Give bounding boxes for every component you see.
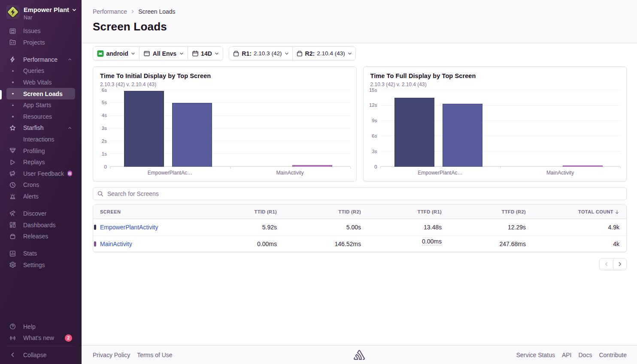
stats-icon bbox=[9, 250, 23, 257]
sidebar-item-resources[interactable]: Resources bbox=[6, 111, 75, 123]
cell-total-count: 4k bbox=[533, 241, 626, 247]
api-link[interactable]: API bbox=[562, 352, 572, 358]
chart-bar[interactable] bbox=[292, 165, 332, 167]
privacy-policy-link[interactable]: Privacy Policy bbox=[93, 352, 130, 358]
chevron-down-icon bbox=[72, 7, 77, 12]
breadcrumb-performance[interactable]: Performance bbox=[93, 8, 127, 15]
projects-icon bbox=[9, 39, 23, 45]
project-filter[interactable]: android bbox=[93, 47, 139, 60]
column-header-ttfd-r1[interactable]: TTFD (R1) bbox=[368, 209, 449, 214]
sidebar-item-screen-loads[interactable]: Screen Loads bbox=[6, 88, 75, 99]
release-filter-group: R1: 2.10.3 (42) R2: 2.10.4 (43) bbox=[229, 46, 356, 60]
sidebar-item-issues[interactable]: Issues bbox=[6, 25, 75, 37]
sidebar-nav: Issues Projects Performance Queries Web … bbox=[0, 25, 82, 271]
sidebar-item-settings[interactable]: Settings bbox=[6, 259, 75, 271]
ttfd-chart-plot[interactable]: 03s6s9s12s15sEmpowerPlantAc…MainActivity bbox=[380, 90, 621, 167]
bullet-dot bbox=[12, 93, 14, 95]
sidebar-collapse-button[interactable]: Collapse bbox=[6, 349, 75, 361]
sidebar-item-user-feedback[interactable]: User Feedback B bbox=[6, 168, 75, 180]
play-icon bbox=[9, 159, 23, 165]
sidebar-item-queries[interactable]: Queries bbox=[6, 65, 75, 77]
terms-of-use-link[interactable]: Terms of Use bbox=[137, 352, 172, 358]
contribute-link[interactable]: Contribute bbox=[599, 352, 627, 358]
sidebar-item-discover[interactable]: Discover bbox=[6, 208, 75, 220]
axis-tick bbox=[110, 167, 110, 168]
megaphone-icon bbox=[9, 170, 23, 177]
y-axis-label: 15s bbox=[369, 87, 377, 93]
sort-descending-icon bbox=[615, 210, 619, 214]
dashboards-icon bbox=[9, 222, 23, 228]
chart-bar[interactable] bbox=[172, 103, 212, 167]
release2-value: 2.10.4 (43) bbox=[317, 50, 345, 57]
column-header-ttid-r2[interactable]: TTID (R2) bbox=[284, 209, 368, 214]
column-header-total-count[interactable]: Total Count bbox=[533, 209, 626, 214]
screen-link[interactable]: EmpowerPlantActivity bbox=[100, 224, 158, 231]
org-switcher[interactable]: Empower Plant Nar bbox=[0, 0, 82, 21]
bullet-dot bbox=[12, 105, 14, 106]
column-header-screen[interactable]: Screen bbox=[93, 209, 200, 214]
chevron-down-icon bbox=[348, 51, 352, 56]
sidebar: Empower Plant Nar Issues Projects Perf bbox=[0, 0, 82, 364]
sidebar-item-dashboards[interactable]: Dashboards bbox=[6, 219, 75, 231]
sidebar-item-crons[interactable]: Crons bbox=[6, 179, 75, 191]
y-axis-label: 3s bbox=[372, 149, 377, 154]
chart-bar[interactable] bbox=[563, 165, 603, 167]
sidebar-active-indicator bbox=[0, 90, 2, 99]
chart-title: Time To Full Display by Top Screen bbox=[370, 72, 476, 79]
column-header-ttfd-r2[interactable]: TTFD (R2) bbox=[449, 209, 533, 214]
next-page-button[interactable] bbox=[613, 259, 626, 270]
axis-tick bbox=[230, 167, 231, 168]
chart-bar[interactable] bbox=[394, 98, 434, 167]
series-color-chip bbox=[94, 225, 97, 230]
docs-link[interactable]: Docs bbox=[579, 352, 592, 358]
sidebar-item-projects[interactable]: Projects bbox=[6, 37, 75, 48]
y-axis-label: 6s bbox=[102, 87, 107, 93]
table-header-row: Screen TTID (R1) TTID (R2) TTFD (R1) TTF… bbox=[93, 205, 626, 219]
issues-icon bbox=[9, 28, 23, 34]
release2-filter[interactable]: R2: 2.10.4 (43) bbox=[292, 47, 355, 60]
sidebar-bottom: Help What's new 2 Collapse bbox=[0, 321, 82, 364]
service-status-link[interactable]: Service Status bbox=[516, 352, 555, 358]
star-icon bbox=[9, 125, 23, 131]
sidebar-item-performance[interactable]: Performance bbox=[6, 54, 75, 66]
main-content: Performance Screen Loads Screen Loads an… bbox=[82, 0, 637, 364]
sidebar-item-starfish[interactable]: Starfish bbox=[6, 122, 75, 134]
axis-tick bbox=[350, 167, 351, 168]
sidebar-item-web-vitals[interactable]: Web Vitals bbox=[6, 77, 75, 88]
cell-ttid-r2: 5.00s bbox=[284, 224, 368, 231]
sidebar-item-whats-new[interactable]: What's new 2 bbox=[6, 332, 75, 344]
column-header-ttid-r1[interactable]: TTID (R1) bbox=[200, 209, 284, 214]
ttid-chart-plot[interactable]: 01s2s3s4s5s6sEmpowerPlantAc…MainActivity bbox=[110, 90, 350, 167]
chart-subtitle: 2.10.3 (42) v. 2.10.4 (43) bbox=[370, 81, 427, 87]
app: Empower Plant Nar Issues Projects Perf bbox=[0, 0, 637, 364]
screen-link[interactable]: MainActivity bbox=[100, 241, 132, 247]
search-input[interactable] bbox=[93, 187, 627, 200]
chevron-right-icon bbox=[130, 9, 135, 14]
chart-bar[interactable] bbox=[124, 91, 164, 167]
sidebar-item-replays[interactable]: Replays bbox=[6, 156, 75, 168]
sidebar-item-profiling[interactable]: Profiling bbox=[6, 145, 75, 156]
sidebar-divider bbox=[6, 346, 75, 346]
sidebar-item-interactions[interactable]: Interactions bbox=[6, 134, 75, 145]
environment-filter[interactable]: All Envs bbox=[139, 47, 187, 60]
sentry-logo-icon[interactable] bbox=[354, 350, 365, 360]
y-axis-label: 9s bbox=[372, 118, 377, 123]
sidebar-item-alerts[interactable]: Alerts bbox=[6, 191, 75, 202]
profiling-icon bbox=[9, 147, 23, 154]
chevron-up-icon[interactable] bbox=[67, 126, 72, 130]
release1-filter[interactable]: R1: 2.10.3 (42) bbox=[229, 47, 292, 60]
cell-ttfd-r1: 13.48s bbox=[368, 224, 449, 231]
date-range-filter[interactable]: 14D bbox=[188, 47, 223, 60]
release-icon bbox=[233, 50, 240, 57]
previous-page-button[interactable] bbox=[600, 259, 613, 270]
sidebar-item-releases[interactable]: Releases bbox=[6, 231, 75, 242]
y-axis-label: 3s bbox=[102, 126, 107, 131]
sidebar-item-help[interactable]: Help bbox=[6, 321, 75, 332]
beta-badge: B bbox=[67, 171, 72, 176]
chart-subtitle: 2.10.3 (42) v. 2.10.4 (43) bbox=[100, 81, 156, 87]
sidebar-item-app-starts[interactable]: App Starts bbox=[6, 99, 75, 111]
page-filter-group: android All Envs 14D bbox=[93, 46, 223, 60]
chart-bar[interactable] bbox=[443, 104, 482, 167]
chevron-up-icon[interactable] bbox=[67, 57, 72, 62]
sidebar-item-stats[interactable]: Stats bbox=[6, 248, 75, 259]
